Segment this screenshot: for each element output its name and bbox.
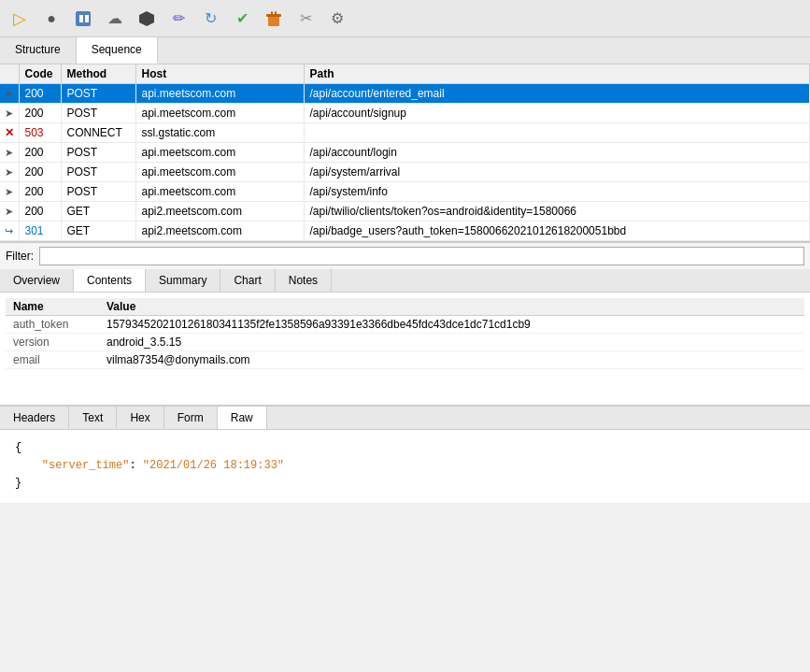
- row-path: /api/account/login: [304, 143, 810, 163]
- circle-icon[interactable]: ●: [39, 7, 64, 31]
- contents-value: vilma87354@donymails.com: [99, 351, 804, 369]
- table-row[interactable]: ↪301GETapi2.meetscom.com/api/badge_users…: [0, 222, 810, 241]
- col-header-method: Method: [61, 64, 135, 84]
- row-host: api.meetscom.com: [135, 143, 304, 163]
- raw-content: { "server_time": "2021/01/26 18:19:33" }: [0, 430, 810, 503]
- filter-input[interactable]: [39, 247, 804, 265]
- check-icon[interactable]: ✔: [230, 7, 254, 31]
- cloud-icon[interactable]: ☁: [103, 7, 127, 31]
- filter-bar: Filter:: [0, 242, 810, 269]
- contents-name: version: [6, 334, 99, 351]
- row-icon-cell: ➤: [0, 202, 19, 222]
- raw-line-3: }: [15, 475, 795, 493]
- tab-headers[interactable]: Headers: [0, 407, 69, 429]
- table-row[interactable]: ➤200POSTapi.meetscom.com/api/system/arri…: [0, 163, 810, 182]
- row-icon-cell: ➤: [0, 104, 19, 123]
- stop-icon[interactable]: [135, 7, 159, 31]
- table-row[interactable]: ✕503CONNECTssl.gstatic.com: [0, 123, 810, 143]
- col-header-path: Path: [304, 64, 810, 84]
- contents-name: email: [6, 351, 99, 369]
- gear-icon[interactable]: ⚙: [325, 7, 349, 31]
- list-item: emailvilma87354@donymails.com: [6, 351, 804, 369]
- svg-rect-5: [266, 14, 281, 17]
- tools-icon[interactable]: ✂: [293, 7, 318, 31]
- tab-chart[interactable]: Chart: [220, 269, 275, 292]
- row-host: api.meetscom.com: [135, 84, 304, 104]
- row-code: 503: [19, 123, 61, 143]
- raw-line-2: "server_time": "2021/01/26 18:19:33": [15, 457, 795, 475]
- refresh-icon[interactable]: ↻: [198, 7, 222, 31]
- row-method: POST: [61, 84, 135, 104]
- tab-notes[interactable]: Notes: [276, 269, 332, 292]
- col-header-code: Code: [19, 64, 61, 84]
- tab-summary[interactable]: Summary: [146, 269, 220, 292]
- row-method: POST: [61, 182, 135, 202]
- col-header-icon: [0, 64, 19, 84]
- tab-form[interactable]: Form: [164, 407, 218, 429]
- row-code: 200: [19, 84, 61, 104]
- row-method: POST: [61, 104, 135, 123]
- row-path: /api/system/info: [304, 182, 810, 202]
- svg-rect-1: [79, 15, 83, 22]
- basket-icon[interactable]: [262, 7, 286, 31]
- row-host: api2.meetscom.com: [135, 222, 304, 241]
- table-row[interactable]: ➤200POSTapi.meetscom.com/api/account/log…: [0, 143, 810, 163]
- row-path: /api/twilio/clients/token?os=android&ide…: [304, 202, 810, 222]
- pen-icon[interactable]: ✏: [166, 7, 191, 31]
- row-code: 200: [19, 182, 61, 202]
- table-row[interactable]: ➤200POSTapi.meetscom.com/api/account/sig…: [0, 104, 810, 123]
- table-row[interactable]: ➤200POSTapi.meetscom.com/api/system/info: [0, 182, 810, 202]
- row-icon-cell: ➤: [0, 182, 19, 202]
- table-row[interactable]: ➤200POSTapi.meetscom.com/api/account/ent…: [0, 84, 810, 104]
- json-key-server-time: "server_time": [15, 459, 129, 472]
- row-method: CONNECT: [61, 123, 135, 143]
- tab-sequence[interactable]: Sequence: [77, 37, 158, 64]
- toolbar: ▷ ● ☁ ✏ ↻ ✔ ✂ ⚙: [0, 0, 810, 37]
- row-host: api.meetscom.com: [135, 163, 304, 182]
- json-value-server-time: "2021/01/26 18:19:33": [143, 459, 284, 472]
- svg-rect-6: [271, 11, 273, 15]
- filter-label: Filter:: [6, 250, 34, 263]
- row-path: /api/account/entered_email: [304, 84, 810, 104]
- tab-raw[interactable]: Raw: [218, 407, 267, 429]
- row-host: api2.meetscom.com: [135, 202, 304, 222]
- bottom-tab-bar: Headers Text Hex Form Raw: [0, 407, 810, 430]
- row-path: /api/badge_users?auth_token=158006620210…: [304, 222, 810, 241]
- row-code: 301: [19, 222, 61, 241]
- capture-icon[interactable]: [71, 7, 95, 31]
- col-header-host: Host: [135, 64, 304, 84]
- tab-contents[interactable]: Contents: [74, 269, 146, 292]
- svg-rect-4: [268, 16, 279, 26]
- request-table: Code Method Host Path ➤200POSTapi.meetsc…: [0, 64, 810, 241]
- row-icon-cell: ↪: [0, 222, 19, 241]
- list-item: versionandroid_3.5.15: [6, 334, 804, 351]
- row-path: [304, 123, 810, 143]
- tab-text[interactable]: Text: [69, 407, 117, 429]
- contents-name: auth_token: [6, 316, 99, 334]
- row-icon-cell: ➤: [0, 84, 19, 104]
- raw-line-1: {: [15, 439, 795, 457]
- contents-table: Name Value auth_token1579345202101261803…: [6, 298, 804, 369]
- tab-structure[interactable]: Structure: [0, 37, 77, 64]
- row-code: 200: [19, 202, 61, 222]
- filter-icon[interactable]: ▷: [7, 7, 32, 31]
- svg-rect-7: [275, 11, 277, 15]
- row-path: /api/system/arrival: [304, 163, 810, 182]
- row-method: POST: [61, 163, 135, 182]
- table-row[interactable]: ➤200GETapi2.meetscom.com/api/twilio/clie…: [0, 202, 810, 222]
- row-code: 200: [19, 143, 61, 163]
- row-method: GET: [61, 222, 135, 241]
- row-method: POST: [61, 143, 135, 163]
- request-table-area: Code Method Host Path ➤200POSTapi.meetsc…: [0, 64, 810, 242]
- contents-pane: Name Value auth_token1579345202101261803…: [0, 293, 810, 405]
- contents-col-value: Value: [99, 298, 804, 316]
- svg-rect-2: [85, 15, 89, 22]
- tab-overview[interactable]: Overview: [0, 269, 74, 292]
- tab-hex[interactable]: Hex: [117, 407, 163, 429]
- list-item: auth_token157934520210126180341135f2fe13…: [6, 316, 804, 334]
- contents-value: android_3.5.15: [99, 334, 804, 351]
- row-method: GET: [61, 202, 135, 222]
- row-path: /api/account/signup: [304, 104, 810, 123]
- row-icon-cell: ✕: [0, 123, 19, 143]
- contents-col-name: Name: [6, 298, 99, 316]
